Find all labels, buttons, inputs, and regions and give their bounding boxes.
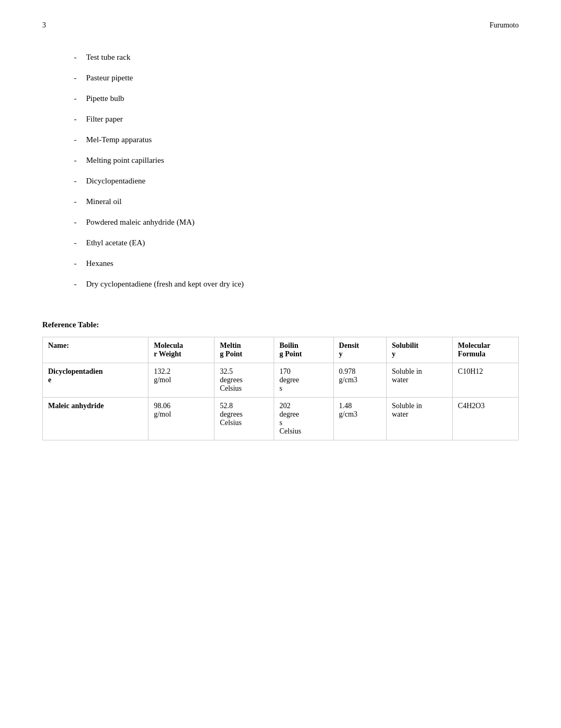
header-mp: Meltin g Point [214, 337, 274, 363]
cell-name: Dicyclopentadiene [43, 363, 148, 398]
list-item: -Dry cyclopentadiene (fresh and kept ove… [74, 280, 519, 289]
cell-density: 0.978g/cm3 [333, 363, 386, 398]
bullet-dash: - [74, 94, 77, 103]
cell-bp: 170degrees [274, 363, 333, 398]
header-solubility: Solubilit y [386, 337, 452, 363]
list-item-text: Ethyl acetate (EA) [86, 238, 145, 247]
cell-name: Maleic anhydride [43, 398, 148, 440]
header-mw: Molecula r Weight [148, 337, 214, 363]
cell-solubility: Soluble inwater [386, 398, 452, 440]
bullet-dash: - [74, 259, 77, 268]
bullet-dash: - [74, 73, 77, 82]
cell-solubility: Soluble inwater [386, 363, 452, 398]
cell-formula: C10H12 [452, 363, 518, 398]
list-item: -Filter paper [74, 115, 519, 124]
header-formula: Molecular Formula [452, 337, 518, 363]
list-item: -Pipette bulb [74, 94, 519, 103]
list-item-text: Dry cyclopentadiene (fresh and kept over… [86, 280, 244, 289]
table-row: Dicyclopentadiene132.2g/mol32.5degreesCe… [43, 363, 519, 398]
cell-mw: 132.2g/mol [148, 363, 214, 398]
bullet-dash: - [74, 53, 77, 62]
list-item: -Ethyl acetate (EA) [74, 238, 519, 247]
bullet-dash: - [74, 218, 77, 227]
reference-table: Name: Molecula r Weight Meltin g Point B… [42, 337, 519, 440]
list-item-text: Hexanes [86, 259, 114, 268]
reference-section: Reference Table: Name: Molecula r Weight… [42, 320, 519, 440]
list-item-text: Mel-Temp apparatus [86, 135, 152, 144]
list-item-text: Test tube rack [86, 53, 130, 62]
cell-density: 1.48g/cm3 [333, 398, 386, 440]
bullet-dash: - [74, 135, 77, 144]
list-item: -Melting point capillaries [74, 156, 519, 165]
cell-formula: C4H2O3 [452, 398, 518, 440]
reference-title: Reference Table: [42, 320, 519, 329]
page-number: 3 [42, 21, 46, 30]
header-bp: Boilin g Point [274, 337, 333, 363]
bullet-list: -Test tube rack-Pasteur pipette-Pipette … [74, 53, 519, 289]
list-item: -Powdered maleic anhydride (MA) [74, 218, 519, 227]
list-item-text: Pipette bulb [86, 94, 124, 103]
list-item-text: Mineral oil [86, 197, 121, 206]
list-item-text: Pasteur pipette [86, 73, 133, 82]
header-density: Densit y [333, 337, 386, 363]
cell-mp: 52.8degreesCelsius [214, 398, 274, 440]
list-item-text: Powdered maleic anhydride (MA) [86, 218, 194, 227]
list-item: -Pasteur pipette [74, 73, 519, 82]
cell-mw: 98.06g/mol [148, 398, 214, 440]
list-item-text: Filter paper [86, 115, 123, 124]
list-item: -Dicyclopentadiene [74, 177, 519, 186]
cell-mp: 32.5degreesCelsius [214, 363, 274, 398]
table-row: Maleic anhydride98.06g/mol52.8degreesCel… [43, 398, 519, 440]
bullet-dash: - [74, 115, 77, 124]
cell-bp: 202degreesCelsius [274, 398, 333, 440]
bullet-dash: - [74, 197, 77, 206]
bullet-dash: - [74, 156, 77, 165]
bullet-dash: - [74, 238, 77, 247]
list-item-text: Melting point capillaries [86, 156, 164, 165]
list-item-text: Dicyclopentadiene [86, 177, 145, 186]
list-item: -Hexanes [74, 259, 519, 268]
header-name: Name: [43, 337, 148, 363]
author-name: Furumoto [490, 21, 519, 30]
content-area: -Test tube rack-Pasteur pipette-Pipette … [42, 53, 519, 440]
bullet-dash: - [74, 280, 77, 289]
list-item: -Mineral oil [74, 197, 519, 206]
list-item: -Mel-Temp apparatus [74, 135, 519, 144]
bullet-dash: - [74, 177, 77, 186]
list-item: -Test tube rack [74, 53, 519, 62]
